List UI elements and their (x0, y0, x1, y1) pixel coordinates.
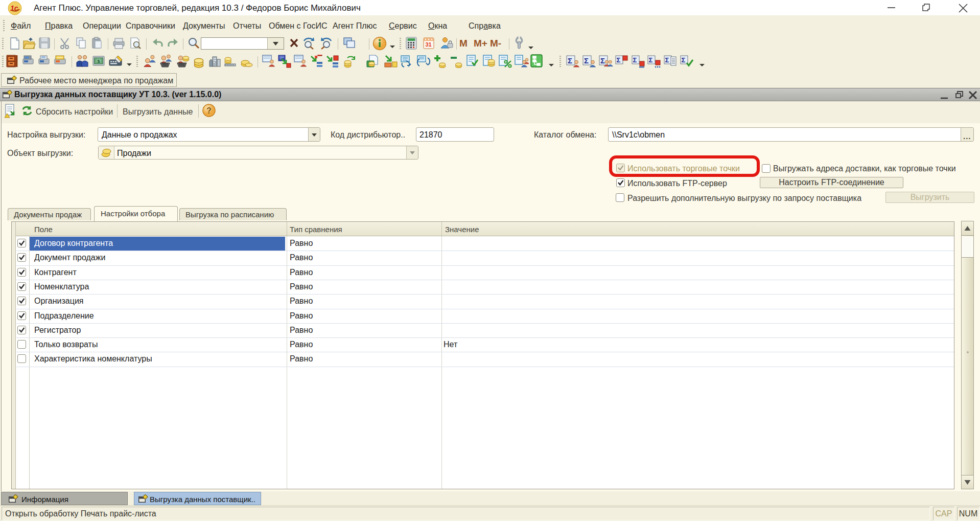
svg-text:Σ: Σ (617, 56, 621, 64)
svg-text:Σ: Σ (600, 56, 605, 65)
svg-text:Σ: Σ (665, 56, 669, 64)
svg-text:Σ: Σ (633, 56, 637, 64)
svg-text:?: ? (206, 106, 212, 115)
svg-text:Σ: Σ (682, 56, 686, 64)
svg-text:Σ: Σ (649, 56, 653, 64)
svg-text:Σ: Σ (568, 56, 572, 65)
svg-text:31: 31 (426, 41, 432, 48)
svg-text:$: $ (98, 59, 100, 64)
svg-text:Σ: Σ (584, 56, 589, 65)
